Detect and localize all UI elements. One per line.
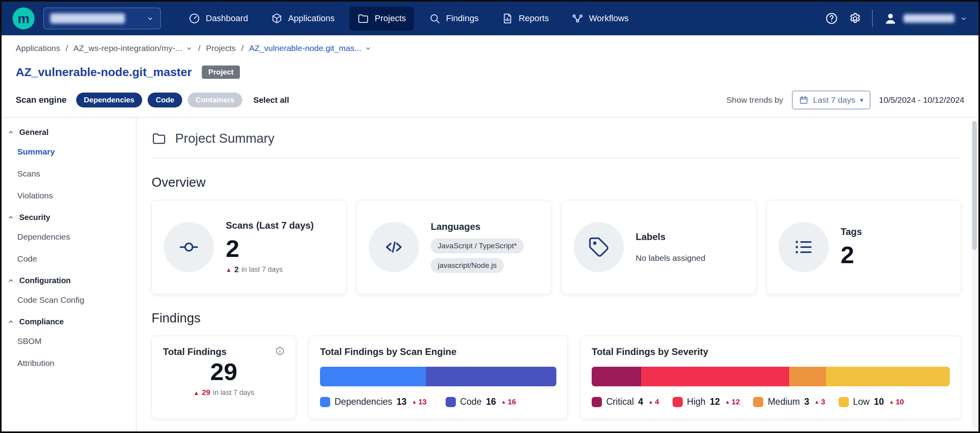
user-avatar-icon [883, 11, 898, 26]
sidebar-section-compliance: Compliance SBOM Attribution [2, 311, 136, 374]
legend-trend-value: 3 [821, 398, 825, 406]
nav-workflows-label: Workflows [589, 13, 629, 24]
chevron-down-icon[interactable] [364, 45, 372, 52]
chevron-up-icon [7, 277, 15, 284]
labels-card-body: Labels No labels assigned [636, 231, 705, 263]
scan-engine-filters: Scan engine Dependencies Code Containers… [16, 93, 289, 107]
engine-pill-code[interactable]: Code [148, 93, 182, 107]
legend-label: Code [460, 397, 482, 407]
nav-dashboard-label: Dashboard [206, 13, 248, 24]
chevron-down-icon[interactable] [185, 45, 193, 52]
mend-logo-letter: m [18, 12, 29, 25]
nav-reports[interactable]: Reports [494, 6, 557, 31]
scrollbar[interactable] [972, 121, 977, 428]
org-selector-dropdown[interactable] [43, 7, 161, 29]
date-range-text: 10/5/2024 - 10/12/2024 [879, 95, 964, 105]
nav-applications[interactable]: Applications [263, 6, 343, 31]
sidebar-item-violations[interactable]: Violations [2, 185, 136, 207]
labels-empty-text: No labels assigned [636, 253, 705, 263]
sidebar-section-configuration-header[interactable]: Configuration [2, 270, 136, 289]
legend-label: Medium [768, 397, 800, 407]
help-button[interactable] [825, 12, 838, 25]
legend-code: Code 16 ▲16 [446, 397, 516, 407]
languages-icon-circle [369, 222, 419, 272]
info-button[interactable] [275, 346, 285, 356]
breadcrumb-separator: / [198, 44, 201, 53]
legend-value: 10 [874, 397, 884, 407]
cube-icon [271, 13, 283, 24]
legend-trend-value: 10 [896, 398, 904, 406]
legend-trend-value: 16 [508, 398, 516, 406]
scans-trend: ▲ 2 in last 7 days [226, 265, 314, 274]
sidebar-item-summary[interactable]: Summary [2, 141, 136, 163]
trend-range-value: Last 7 days [813, 95, 855, 105]
redacted-org-name [50, 13, 125, 24]
dashboard-icon [188, 13, 200, 24]
breadcrumb-project-name[interactable]: AZ_vulnerable-node.git_mas... [249, 44, 361, 53]
trend-up-icon: ▲ [648, 399, 653, 404]
nav-projects-label: Projects [375, 13, 406, 24]
bar-segment-dependencies [320, 367, 426, 386]
total-findings-count: 29 [163, 359, 285, 384]
legend-trend: ▲3 [814, 398, 825, 406]
engine-stacked-bar [320, 367, 556, 386]
legend-trend: ▲10 [889, 398, 904, 406]
nav-workflows[interactable]: Workflows [564, 6, 636, 31]
trend-up-icon: ▲ [814, 399, 819, 404]
legend-medium: Medium 3 ▲3 [753, 397, 825, 407]
scans-card: Scans (Last 7 days) 2 ▲ 2 in last 7 days [152, 200, 346, 294]
chevron-up-icon [7, 129, 15, 136]
languages-card: Languages JavaScript / TypeScript* javas… [357, 200, 551, 294]
nav-projects[interactable]: Projects [349, 6, 413, 31]
scans-trend-suffix: in last 7 days [241, 266, 283, 274]
sidebar-item-sbom[interactable]: SBOM [2, 330, 136, 352]
severity-stacked-bar [592, 367, 950, 386]
scans-count: 2 [226, 236, 314, 261]
user-menu[interactable] [883, 11, 967, 26]
findings-by-severity-title: Total Findings by Severity [592, 346, 950, 357]
nav-findings[interactable]: Findings [421, 6, 486, 31]
total-findings-header: Total Findings [163, 346, 285, 357]
trend-up-icon: ▲ [725, 399, 730, 404]
legend-label: Dependencies [335, 397, 392, 407]
sidebar-item-dependencies[interactable]: Dependencies [2, 226, 136, 248]
legend-value: 12 [710, 397, 720, 407]
engine-pill-dependencies[interactable]: Dependencies [76, 93, 143, 107]
sidebar-section-title: General [19, 128, 48, 137]
total-findings-trend-suffix: in last 7 days [213, 389, 254, 397]
help-icon [825, 12, 838, 25]
breadcrumb-projects[interactable]: Projects [206, 44, 236, 53]
sidebar-section-compliance-header[interactable]: Compliance [2, 311, 136, 330]
select-all-link[interactable]: Select all [253, 95, 289, 105]
engine-pill-containers: Containers [188, 93, 242, 107]
chevron-down-icon [146, 15, 154, 22]
sidebar-section-security-header[interactable]: Security [2, 207, 136, 226]
severity-legend: Critical 4 ▲4 High 12 ▲12 Medium [592, 397, 950, 407]
nav-applications-label: Applications [288, 13, 335, 24]
sidebar-item-attribution[interactable]: Attribution [2, 352, 136, 374]
sidebar-item-code-scan-config[interactable]: Code Scan Config [2, 289, 136, 311]
breadcrumb-separator: / [66, 44, 68, 53]
legend-swatch [446, 397, 456, 407]
scrollbar-thumb[interactable] [972, 121, 977, 250]
legend-dependencies: Dependencies 13 ▲13 [320, 397, 427, 407]
sidebar-item-scans[interactable]: Scans [2, 163, 136, 185]
page-title: AZ_vulnerable-node.git_master [16, 65, 192, 79]
tags-icon-circle [779, 222, 829, 272]
breadcrumb-application-name[interactable]: AZ_ws-repo-integration/my-... [73, 44, 182, 53]
tags-count: 2 [841, 242, 862, 267]
sidebar-section-general-header[interactable]: General [2, 122, 136, 141]
nav-dashboard[interactable]: Dashboard [181, 6, 256, 31]
sidebar-item-code[interactable]: Code [2, 248, 136, 270]
legend-label: Low [853, 397, 870, 407]
legend-trend-value: 12 [731, 398, 740, 406]
breadcrumb-applications[interactable]: Applications [16, 44, 60, 53]
language-pill: javascript/Node.js [431, 258, 504, 273]
bar-segment-high [641, 367, 790, 386]
settings-button[interactable] [848, 12, 862, 25]
trend-up-icon: ▲ [226, 267, 232, 273]
folder-icon [357, 13, 369, 24]
trend-range-dropdown[interactable]: Last 7 days ▾ [792, 91, 870, 109]
sidebar-section-configuration: Configuration Code Scan Config [2, 270, 136, 311]
mend-logo[interactable]: m [13, 7, 35, 29]
